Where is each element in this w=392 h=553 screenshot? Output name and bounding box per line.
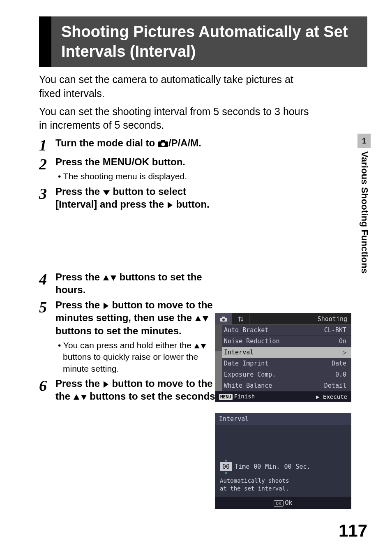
svg-rect-18 xyxy=(239,317,240,322)
lcd-menu-row: White BalanceDetail xyxy=(215,380,351,391)
lcd2-input-row: ▲00▼ Time 00 Min. 00 Sec. xyxy=(215,451,351,475)
intro-paragraph-2: You can set the shooting interval from 5… xyxy=(39,105,310,133)
step-3: 3 Press the button to select [Interval] … xyxy=(39,185,351,211)
svg-rect-21 xyxy=(241,320,243,321)
step-2-bullet: • The shooting menu is displayed. xyxy=(55,171,351,182)
up-down-triangles-icon xyxy=(73,393,87,401)
section-header: Shooting Pictures Automatically at Set I… xyxy=(39,16,367,67)
lcd-footer-left: MENUFinish xyxy=(219,393,255,400)
lcd-menu-row: Auto BracketCL-BKT xyxy=(215,325,351,336)
t: buttons to set the minutes. xyxy=(55,325,182,336)
seconds-value: 00 xyxy=(282,462,293,471)
lcd-menu-row: Exposure Comp.0.0 xyxy=(215,369,351,380)
lcd-row-label: Exposure Comp. xyxy=(224,371,276,378)
svg-marker-5 xyxy=(103,275,109,280)
lcd-row-label: White Balance xyxy=(224,382,272,389)
step-number: 2 xyxy=(39,155,55,172)
step-5-bullet: • You can press and hold either the butt… xyxy=(55,340,216,375)
step-1: 1 Turn the mode dial to /P/A/M. xyxy=(39,137,351,153)
step-4-text: Press the buttons to set the hours. xyxy=(55,271,216,296)
t: buttons to set the seconds. xyxy=(87,391,218,402)
step-1-text: Turn the mode dial to /P/A/M. xyxy=(55,137,351,149)
step-number: 6 xyxy=(39,377,55,393)
right-triangle-icon xyxy=(167,201,173,209)
step-number: 4 xyxy=(39,271,55,287)
svg-marker-10 xyxy=(194,344,199,348)
lcd-row-value: Date xyxy=(332,360,346,367)
seconds-unit: Sec. xyxy=(295,463,310,470)
step-5-text: Press the button to move to the minutes … xyxy=(55,298,216,375)
lcd-tab-camera-icon xyxy=(215,313,232,324)
svg-marker-6 xyxy=(111,275,116,281)
step-number: 3 xyxy=(39,185,55,201)
svg-point-2 xyxy=(161,143,165,146)
svg-marker-14 xyxy=(81,395,87,400)
t: Press the xyxy=(55,186,103,197)
t: Press the xyxy=(55,299,103,310)
step-number: 1 xyxy=(39,137,55,153)
lcd-row-value: CL-BKT xyxy=(324,326,346,334)
intro-paragraph-1: You can set the camera to automatically … xyxy=(39,73,310,101)
up-down-triangles-icon xyxy=(195,315,209,322)
step-2-text: Press the MENU/OK button. • The shooting… xyxy=(55,155,351,183)
svg-marker-13 xyxy=(74,394,79,400)
lcd-tab-settings-icon xyxy=(232,313,249,324)
lcd2-ok-row: OKOk xyxy=(215,497,351,509)
svg-rect-20 xyxy=(238,317,241,318)
section-title: Shooting Pictures Automatically at Set I… xyxy=(51,16,367,67)
lcd2-message: Automatically shoots at the set interval… xyxy=(215,475,351,497)
step-2-main: Press the MENU/OK button. xyxy=(55,156,185,167)
svg-rect-16 xyxy=(222,317,225,318)
lcd-row-label: Date Imprint xyxy=(224,360,268,367)
up-down-triangles-icon xyxy=(194,343,206,349)
page-number: 117 xyxy=(339,521,367,541)
svg-marker-4 xyxy=(168,202,173,208)
lcd-row-value: ▷ xyxy=(343,349,346,356)
svg-marker-11 xyxy=(201,344,206,349)
lcd-footer-right: ▶ Execute xyxy=(316,393,347,400)
step-1-post: /P/A/M. xyxy=(168,137,201,148)
hours-unit: Time xyxy=(235,463,249,470)
step-4: 4 Press the buttons to set the hours. xyxy=(39,271,351,296)
down-triangle-icon xyxy=(103,190,110,196)
lcd-menu-row: Date ImprintDate xyxy=(215,358,351,369)
up-down-triangles-icon xyxy=(103,274,117,282)
step-3-text: Press the button to select [Interval] an… xyxy=(55,185,216,211)
svg-marker-7 xyxy=(104,303,108,309)
svg-point-17 xyxy=(222,318,225,321)
t: Press the xyxy=(55,271,103,282)
lcd-row-label: Auto Bracket xyxy=(224,326,268,334)
lcd-row-label: Interval xyxy=(224,349,254,356)
chapter-label: Various Shooting Functions xyxy=(359,151,370,273)
hours-value: ▲00▼ xyxy=(220,462,232,471)
lcd-scrollbar xyxy=(215,325,222,391)
lcd2-title: Interval xyxy=(215,413,351,425)
lcd-row-value: On xyxy=(339,338,346,345)
svg-marker-3 xyxy=(103,190,110,195)
lcd-row-label: Noise Reduction xyxy=(224,338,279,345)
lcd-row-value: Detail xyxy=(324,382,346,389)
lcd-shooting-menu: Shooting Auto BracketCL-BKTNoise Reducti… xyxy=(215,313,351,402)
lcd-row-value: 0.0 xyxy=(335,371,346,378)
lcd-interval-dialog: Interval ▲00▼ Time 00 Min. 00 Sec. Autom… xyxy=(215,413,351,509)
lcd-menu-row: Noise ReductionOn xyxy=(215,336,351,347)
section-header-tab xyxy=(39,16,51,67)
camera-icon xyxy=(158,139,168,148)
minutes-value: 00 xyxy=(252,462,263,471)
t: button. xyxy=(173,199,210,210)
svg-rect-19 xyxy=(242,317,242,322)
svg-marker-8 xyxy=(195,316,201,321)
svg-marker-9 xyxy=(203,316,208,322)
step-2: 2 Press the MENU/OK button. • The shooti… xyxy=(39,155,351,183)
t: Press the xyxy=(55,378,103,389)
lcd-menu-row: Interval▷ xyxy=(215,347,351,358)
svg-marker-12 xyxy=(104,381,108,388)
chapter-number-tab: 1 xyxy=(357,134,371,148)
step-number: 5 xyxy=(39,298,55,315)
lcd-header-right: Shooting xyxy=(318,315,351,323)
right-triangle-icon xyxy=(103,302,109,310)
right-triangle-icon xyxy=(103,381,109,388)
svg-rect-1 xyxy=(161,140,165,142)
minutes-unit: Min. xyxy=(265,463,280,470)
step-1-pre: Turn the mode dial to xyxy=(55,137,158,148)
